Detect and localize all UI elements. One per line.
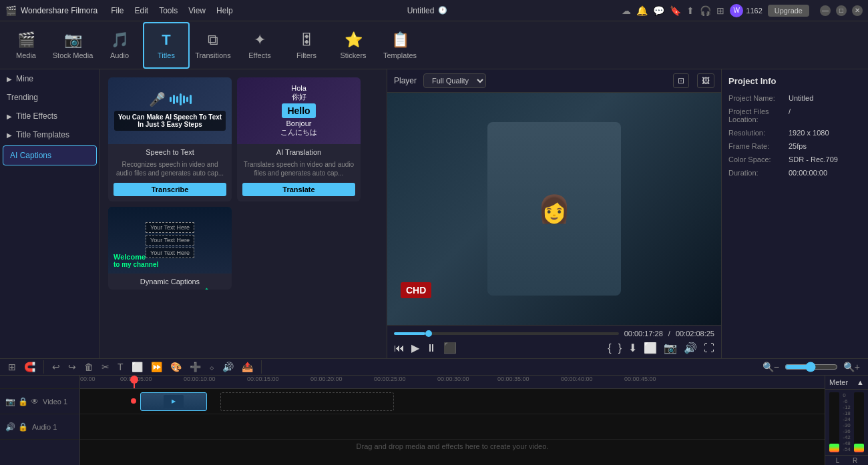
pause-button[interactable]: ⏸ — [426, 342, 437, 354]
camera-button[interactable]: 📷 — [664, 342, 677, 354]
sidebar-item-mine[interactable]: ▶ Mine — [0, 69, 99, 88]
frame-rate-value: 25fps — [789, 142, 807, 150]
tl-add-media-btn[interactable]: ➕ — [187, 359, 204, 375]
sidebar-item-trending[interactable]: Trending — [0, 88, 99, 107]
video-track-label: 📷 🔒 👁 Video 1 — [0, 389, 79, 414]
right-panel: Project Info Project Name: Untitled Proj… — [721, 69, 868, 358]
topbar-right: ☁ 🔔 💬 🔖 ⬆ 🎧 ⊞ W 1162 Upgrade — □ ✕ — [622, 4, 863, 17]
tl-group-btn[interactable]: ⊞ — [5, 359, 19, 375]
sidebar-item-title-templates[interactable]: ▶ Title Templates — [0, 125, 99, 144]
tl-delete-btn[interactable]: 🗑 — [81, 359, 96, 375]
video-clip[interactable]: ▶ — [140, 392, 207, 411]
video-track-lock-icon[interactable]: 🔒 — [18, 397, 28, 406]
translate-button[interactable]: Translate — [242, 183, 355, 196]
upload-icon: ⬆ — [686, 5, 694, 16]
tl-text-btn[interactable]: T — [115, 359, 126, 375]
audio-track-speaker-icon[interactable]: 🔊 — [5, 422, 15, 432]
play-button[interactable]: ▶ — [411, 342, 419, 354]
pip-button[interactable]: ⬜ — [644, 342, 657, 354]
audio-track-lock-icon[interactable]: 🔒 — [18, 422, 28, 432]
tl-export-btn[interactable]: 📤 — [239, 359, 256, 375]
tl-audio-btn[interactable]: 🔊 — [220, 359, 236, 375]
video-track-eye-icon[interactable]: 👁 — [31, 397, 39, 406]
extract-button[interactable]: ⬇ — [628, 342, 637, 354]
volume-button[interactable]: 🔊 — [684, 342, 697, 354]
duration-label: Duration: — [728, 169, 789, 177]
sidebar-item-title-effects[interactable]: ▶ Title Effects — [0, 107, 99, 125]
mark-in-button[interactable]: { — [608, 342, 611, 354]
timeline-zoom-slider[interactable] — [785, 362, 838, 372]
tl-split-btn[interactable]: ⬦ — [206, 359, 217, 375]
card-ai-translation[interactable]: Hola 你好 Hello Bonjour こんにちは AI Translati… — [237, 77, 361, 201]
tl-color-btn[interactable]: 🎨 — [168, 359, 184, 375]
chat-icon: 💬 — [653, 5, 664, 16]
minimize-button[interactable]: — — [820, 5, 831, 16]
toolbar-transitions[interactable]: ⧉ Transitions — [190, 22, 236, 69]
mark-out-button[interactable]: } — [618, 342, 622, 354]
toolbar-stock-label: Stock Media — [53, 51, 93, 59]
stop-button[interactable]: ⬛ — [443, 342, 457, 354]
tl-redo-btn[interactable]: ↪ — [65, 359, 79, 375]
audio-track-label: 🔊 🔒 Audio 1 — [0, 414, 79, 440]
dual-view-button[interactable]: ⊡ — [673, 73, 689, 88]
playhead[interactable] — [134, 376, 135, 389]
close-button[interactable]: ✕ — [852, 5, 863, 16]
color-space-value: SDR - Rec.709 — [789, 155, 838, 163]
transcribe-button[interactable]: Transcribe — [114, 183, 226, 196]
quality-select[interactable]: Full Quality 1/2 Quality 1/4 Quality — [423, 73, 486, 88]
toolbar-media[interactable]: 🎬 Media — [3, 22, 49, 69]
snapshot-button[interactable]: 🖼 — [697, 73, 714, 88]
toolbar-titles[interactable]: T Titles — [143, 22, 190, 69]
project-name-label: Project Name: — [728, 94, 789, 102]
sidebar-title-templates-label: Title Templates — [16, 130, 69, 139]
menu-edit[interactable]: Edit — [135, 6, 149, 15]
effects-icon: ✦ — [254, 31, 266, 49]
card-speech-to-text[interactable]: 🎤 You Can Make AI Speech To Text — [108, 77, 232, 201]
toolbar-audio[interactable]: 🎵 Audio — [96, 22, 143, 69]
toolbar-filters[interactable]: 🎛 Filters — [283, 22, 330, 69]
title-area: Untitled 🕐 — [233, 6, 622, 15]
menu-view[interactable]: View — [188, 6, 206, 15]
ait-card-desc: Translates speech in video and audio fil… — [237, 160, 361, 180]
sidebar-item-ai-captions[interactable]: AI Captions — [3, 145, 97, 165]
ruler-mark-0: 00:00 — [80, 376, 95, 382]
duration-row: Duration: 00:00:00:00 — [728, 169, 861, 177]
menu-tools[interactable]: Tools — [159, 6, 178, 15]
ruler-spacer — [0, 376, 79, 389]
maximize-button[interactable]: □ — [836, 5, 847, 16]
media-icon: 🎬 — [17, 31, 35, 49]
toolbar-media-label: Media — [16, 51, 36, 59]
meter-title: Meter ▲ — [825, 376, 868, 390]
card-dynamic-captions[interactable]: Your Text Here Your Text Here Your Text … — [108, 207, 232, 290]
tl-zoom-in-btn[interactable]: 🔍+ — [841, 359, 863, 375]
ait-bonjour: Bonjour — [286, 119, 312, 127]
toolbar-templates[interactable]: 📋 Templates — [377, 22, 423, 69]
timeline-area: 📷 🔒 👁 Video 1 🔊 🔒 Audio 1 00:00 — [0, 376, 868, 465]
tl-crop-btn[interactable]: ⬜ — [129, 359, 146, 375]
fullscreen-button[interactable]: ⛶ — [704, 342, 714, 354]
menu-help[interactable]: Help — [216, 6, 233, 15]
tl-undo-btn[interactable]: ↩ — [49, 359, 63, 375]
meter-expand-icon[interactable]: ▲ — [857, 378, 864, 386]
playback-controls: ⏮ ▶ ⏸ ⬛ { } ⬇ ⬜ 📷 🔊 ⛶ — [394, 342, 714, 354]
tl-magnet-btn[interactable]: 🧲 — [21, 359, 38, 375]
dc-thumbnail: Your Text Here Your Text Here Your Text … — [108, 207, 232, 274]
frame-rate-row: Frame Rate: 25fps — [728, 142, 861, 150]
toolbar-stock-media[interactable]: 📷 Stock Media — [49, 22, 96, 69]
toolbar-stickers[interactable]: ⭐ Stickers — [330, 22, 377, 69]
user-avatar: W — [730, 4, 743, 17]
upgrade-button[interactable]: Upgrade — [768, 5, 809, 17]
toolbar-effects[interactable]: ✦ Effects — [236, 22, 283, 69]
meter-bar-R — [854, 392, 864, 452]
skip-back-button[interactable]: ⏮ — [394, 342, 405, 354]
progress-track[interactable] — [394, 332, 619, 335]
drop-zone[interactable] — [220, 392, 394, 411]
tl-zoom-out-btn[interactable]: 🔍− — [760, 359, 782, 375]
dc-text-here-3: Your Text Here — [146, 248, 194, 258]
tl-speed-btn[interactable]: ⏩ — [148, 359, 165, 375]
stt-mic-icon: 🎤 — [149, 91, 166, 107]
menu-file[interactable]: File — [111, 6, 124, 15]
tl-cut-btn[interactable]: ✂ — [99, 359, 112, 375]
ruler-mark-30: 00:00:30:00 — [437, 376, 469, 382]
video-track-camera-icon[interactable]: 📷 — [5, 397, 15, 406]
